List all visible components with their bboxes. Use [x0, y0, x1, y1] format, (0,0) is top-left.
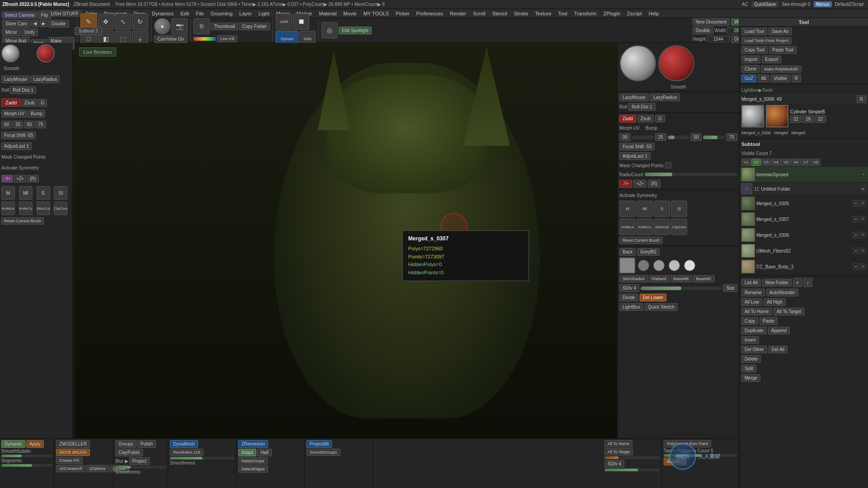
neg-y-btn[interactable]: -Y• [1, 175, 13, 183]
adjust-last-crp-btn[interactable]: AdjustLast 1 [619, 152, 651, 160]
default-script-button[interactable]: DefaultZScript [833, 1, 866, 7]
slider-00[interactable]: 00 [1, 121, 12, 128]
focal-shift-btn[interactable]: Focal Shift -55 [1, 131, 36, 139]
unify-btn[interactable]: Unify [21, 28, 38, 36]
vtab-v7[interactable]: V7 [801, 159, 811, 166]
frame-icon-btn[interactable]: ⬜ [293, 14, 309, 30]
keep-groups-btn[interactable]: KeepGroups [238, 457, 268, 465]
add-subtool-btn[interactable]: + [793, 278, 802, 287]
scale-icon-btn[interactable]: ⤡ [115, 14, 131, 30]
slider-25[interactable]: 25 [13, 121, 23, 128]
new-document-btn[interactable]: New Document [693, 18, 730, 26]
lazyradius-btn[interactable]: LazyRadius [31, 75, 60, 83]
subtool-umesh[interactable]: UMesh_Fibers52 👁 ⚙ [740, 243, 868, 259]
vtab-v5[interactable]: V5 [781, 159, 791, 166]
subtool-merged0307[interactable]: Merged_s_0307 👁 ⚙ [740, 211, 868, 227]
g-crp-btn[interactable]: G [655, 115, 665, 122]
save-as-btn[interactable]: Save As [769, 28, 792, 35]
zadd-btn[interactable]: Zadd [1, 99, 21, 107]
menu-file[interactable]: File [193, 10, 207, 17]
sel-s-btn[interactable]: S [654, 201, 670, 217]
all-low-btn[interactable]: All Low [741, 298, 762, 306]
focal-shift-crp-btn[interactable]: Focal Shift -55 [619, 143, 655, 150]
autoreorder-btn[interactable]: AutoReorder [766, 289, 798, 296]
s50-btn[interactable]: 50 [690, 133, 702, 141]
mask-tool-1[interactable]: M [1, 186, 15, 200]
sym-r-btn[interactable]: (R) [648, 180, 660, 188]
copy-icon-btn[interactable]: ⎘ [193, 18, 210, 34]
neg-z-btn[interactable]: +Z• [14, 175, 26, 183]
sym-z-btn[interactable]: +Z• [633, 180, 646, 188]
sphere-icon-btn[interactable]: ● [154, 18, 170, 34]
zsub-crp-btn[interactable]: Zsub [637, 115, 654, 122]
menu-zplugin[interactable]: ZPlugin [600, 10, 623, 17]
menu-preferences[interactable]: Preferences [413, 10, 446, 17]
target-icon-btn[interactable]: ◎ [321, 22, 338, 38]
subtool-vis-umesh[interactable]: 👁 [853, 248, 859, 254]
adjust-last-btn[interactable]: AdjustLast 1 [1, 142, 32, 150]
lightbox-btn[interactable]: LightBox [619, 303, 643, 311]
color-swatch-grey1[interactable] [638, 260, 649, 271]
menu-transform[interactable]: Transform [571, 10, 600, 17]
del-all-btn[interactable]: Del All [769, 346, 788, 353]
double-btn[interactable]: Double [48, 20, 69, 28]
import-btn[interactable]: Import [741, 56, 760, 63]
all-high-btn[interactable]: All High [764, 298, 785, 306]
menu-light[interactable]: Light [255, 10, 273, 17]
project-btn[interactable]: Project [129, 457, 150, 465]
color-swatch-white[interactable] [619, 258, 635, 273]
vtab-v1[interactable]: V1 [741, 159, 751, 166]
target-bar[interactable] [604, 456, 660, 459]
move-subtool-btn[interactable]: ↕ [803, 278, 812, 287]
color-swatch-grey4[interactable] [684, 260, 695, 271]
height-input[interactable]: 1544 [707, 36, 730, 42]
rotate-icon-btn[interactable]: ↻ [132, 14, 148, 30]
basemc-btn[interactable]: BaseMC [693, 275, 715, 282]
menu-edit[interactable]: Edit [177, 10, 192, 17]
dynamic-btn[interactable]: Dynamic [1, 440, 25, 448]
select-camera-btn[interactable]: Select Camera [2, 12, 37, 19]
mask-m-btn[interactable]: M [619, 201, 636, 217]
uncreaseall-btn[interactable]: UnCreaseAll [56, 465, 85, 472]
menu-stencil[interactable]: Stencil [489, 10, 510, 17]
lazymouse-btn[interactable]: LazyMouse [1, 75, 30, 83]
r-sym-btn[interactable]: (R) [27, 175, 39, 183]
menu-material[interactable]: Material [316, 10, 340, 17]
move-brush-btn[interactable]: MOVE BRUSH [56, 449, 90, 456]
edit-spotlight-btn[interactable]: Edit Spotlight [339, 27, 372, 34]
make-polymesh-btn[interactable]: Make PolyMesh3D [761, 66, 802, 73]
subtool-extra-0307[interactable]: ⚙ [860, 216, 866, 222]
sdiv-bar[interactable] [604, 469, 660, 471]
polish-btn[interactable]: Polish [137, 440, 156, 448]
clay-polish-btn[interactable]: ClayPolish [115, 449, 143, 456]
bump-btn[interactable]: Bump [28, 110, 45, 117]
zsub-btn[interactable]: Zsub [22, 99, 37, 107]
duplicate-btn[interactable]: Duplicate [741, 327, 767, 334]
groups-btn[interactable]: Groups [115, 440, 137, 448]
polish-bar[interactable] [115, 466, 166, 469]
insert-btn[interactable]: Insert [741, 336, 759, 344]
all-to-home-bottom-btn[interactable]: All To Home [604, 440, 632, 447]
subtool-extra-0305[interactable]: ⚙ [860, 200, 866, 206]
merge-btn[interactable]: Merge [741, 374, 760, 382]
del-other-btn[interactable]: Del Other [741, 346, 767, 353]
vtab-v3[interactable]: V3 [761, 159, 771, 166]
menu-movie[interactable]: Movie [340, 10, 360, 17]
clone-btn[interactable]: Clone [741, 65, 760, 73]
subtool-merged0306[interactable]: Merged_s_0306 👁 ⚙ [740, 227, 868, 243]
subtool-merged0305[interactable]: Merged_s_0305 👁 ⚙ [740, 196, 868, 211]
resolution-bar[interactable] [170, 457, 235, 460]
menu-help[interactable]: Help [646, 10, 662, 17]
knifecu-btn[interactable]: KnifeCu [19, 202, 33, 215]
copy-folder-btn[interactable]: Copy Folder [239, 23, 270, 30]
menu-stroke[interactable]: Stroke [511, 10, 532, 17]
morph-uv-btn[interactable]: Morph UV [1, 110, 27, 117]
flip-btn[interactable]: Flip [38, 11, 51, 19]
paste-tool-btn[interactable]: Paste Tool [769, 46, 797, 54]
menu-mytools[interactable]: MY TOOLS [360, 10, 392, 17]
vtab-v4[interactable]: V4 [771, 159, 781, 166]
load-tool-btn[interactable]: Load Tool [741, 28, 767, 35]
subtool-vis-ccbase[interactable]: 👁 [853, 263, 859, 270]
reset-brush-crp-btn[interactable]: Reset Current Brush [619, 237, 663, 244]
subtool-vis-0307[interactable]: 👁 [853, 216, 859, 222]
